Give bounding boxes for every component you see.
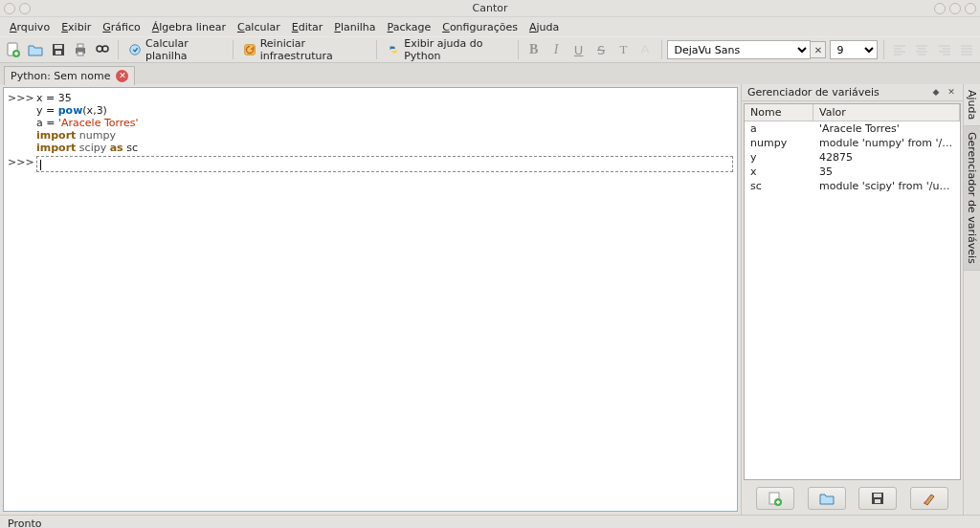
- font-picker-button[interactable]: [636, 39, 655, 60]
- menu-linalg[interactable]: Álgebra linear: [146, 19, 232, 35]
- var-value: 'Aracele Torres': [813, 121, 960, 136]
- clear-vars-button[interactable]: [910, 487, 948, 510]
- var-name: numpy: [745, 136, 813, 150]
- align-right-button[interactable]: [935, 39, 953, 60]
- svg-point-11: [130, 45, 141, 55]
- code-line[interactable]: x = 35 y = pow(x,3) a = 'Aracele Torres'…: [36, 92, 139, 154]
- prompt: >>>: [8, 156, 36, 172]
- document-tab[interactable]: Python: Sem nome ✕: [4, 66, 135, 85]
- code-cell: >>> x = 35 y = pow(x,3) a = 'Aracele Tor…: [8, 92, 733, 154]
- find-button[interactable]: [94, 39, 112, 60]
- align-center-button[interactable]: [913, 39, 931, 60]
- input-area[interactable]: [36, 156, 733, 172]
- menu-calculate[interactable]: Calcular: [232, 19, 286, 35]
- svg-rect-7: [78, 52, 83, 55]
- panel-toolbar: [742, 482, 963, 515]
- svg-rect-4: [56, 51, 61, 55]
- variables-panel: Gerenciador de variáveis ◆ ✕ Nome Valor …: [741, 84, 963, 515]
- align-justify-button[interactable]: [958, 39, 976, 60]
- panel-undock-button[interactable]: ◆: [930, 87, 942, 99]
- menu-chart[interactable]: Gráfico: [97, 19, 146, 35]
- underline-button[interactable]: U: [569, 39, 588, 60]
- panel-close-button[interactable]: ✕: [946, 87, 957, 99]
- svg-rect-6: [78, 44, 83, 48]
- restart-backend-label: Reiniciar infraestrutura: [260, 37, 368, 62]
- panel-header: Gerenciador de variáveis ◆ ✕: [742, 84, 963, 101]
- dock-tab-help[interactable]: Ajuda: [964, 84, 980, 126]
- dock-tab-variables[interactable]: Gerenciador de variáveis: [964, 126, 980, 271]
- menu-edit[interactable]: Editar: [286, 19, 329, 35]
- table-row[interactable]: scmodule 'scipy' from '/usr/lib6...: [745, 179, 960, 193]
- font-family-dropdown[interactable]: DejaVu Sans: [667, 40, 811, 59]
- toolbar: Calcular planilha Reiniciar infraestrutu…: [0, 36, 980, 63]
- restart-backend-button[interactable]: Reiniciar infraestrutura: [239, 39, 371, 60]
- var-name: x: [745, 165, 813, 179]
- table-row[interactable]: a'Aracele Torres': [745, 121, 960, 136]
- new-file-button[interactable]: [4, 39, 22, 60]
- table-row[interactable]: numpymodule 'numpy' from '/usr/lib...: [745, 136, 960, 150]
- separator: [376, 40, 377, 59]
- menu-file[interactable]: Arquivo: [4, 19, 56, 35]
- italic-button[interactable]: I: [546, 39, 565, 60]
- separator: [518, 40, 519, 59]
- save-file-button[interactable]: [49, 39, 67, 60]
- separator: [883, 40, 884, 59]
- var-name: sc: [745, 179, 813, 193]
- status-text: Pronto: [8, 517, 41, 528]
- svg-rect-17: [875, 499, 880, 503]
- font-clear-button[interactable]: ✕: [811, 41, 826, 58]
- separator: [661, 40, 662, 59]
- svg-point-9: [102, 46, 108, 52]
- save-vars-button[interactable]: [858, 487, 897, 510]
- status-bar: Pronto: [0, 515, 980, 528]
- code-editor[interactable]: >>> x = 35 y = pow(x,3) a = 'Aracele Tor…: [3, 87, 738, 512]
- calculate-sheet-button[interactable]: Calcular planilha: [124, 39, 227, 60]
- table-row[interactable]: y42875: [745, 150, 960, 165]
- text-tool-button[interactable]: T: [614, 39, 633, 60]
- panel-title-label: Gerenciador de variáveis: [747, 86, 880, 99]
- python-help-button[interactable]: Exibir ajuda do Python: [383, 39, 512, 60]
- menu-bar: Arquivo Exibir Gráfico Álgebra linear Ca…: [0, 17, 980, 36]
- font-size-dropdown[interactable]: 9: [830, 40, 878, 59]
- calculate-sheet-label: Calcular planilha: [145, 37, 223, 62]
- side-dock: Ajuda Gerenciador de variáveis: [963, 84, 980, 515]
- var-value: 35: [813, 165, 960, 179]
- editor-container: >>> x = 35 y = pow(x,3) a = 'Aracele Tor…: [0, 84, 741, 515]
- col-value-header[interactable]: Valor: [813, 104, 960, 121]
- align-left-button[interactable]: [890, 39, 908, 60]
- add-var-button[interactable]: [756, 487, 794, 510]
- window-titlebar: Cantor: [0, 0, 980, 17]
- menu-spreadsheet[interactable]: Planilha: [328, 19, 381, 35]
- separator: [118, 40, 119, 59]
- table-row[interactable]: x35: [745, 165, 960, 179]
- table-header: Nome Valor: [745, 104, 960, 121]
- menu-help[interactable]: Ajuda: [523, 19, 565, 35]
- svg-rect-16: [874, 494, 881, 497]
- strike-button[interactable]: S: [591, 39, 610, 60]
- var-value: module 'numpy' from '/usr/lib...: [813, 136, 960, 150]
- load-vars-button[interactable]: [808, 487, 846, 510]
- variables-table[interactable]: Nome Valor a'Aracele Torres'numpymodule …: [744, 103, 961, 480]
- svg-rect-3: [55, 45, 62, 49]
- menu-view[interactable]: Exibir: [56, 19, 97, 35]
- var-value: 42875: [813, 150, 960, 165]
- open-file-button[interactable]: [26, 39, 44, 60]
- var-name: y: [745, 150, 813, 165]
- font-size-select[interactable]: 9: [830, 40, 878, 59]
- var-value: module 'scipy' from '/usr/lib6...: [813, 179, 960, 193]
- col-name-header[interactable]: Nome: [745, 104, 813, 121]
- document-tabbar: Python: Sem nome ✕: [0, 63, 980, 84]
- menu-settings[interactable]: Configurações: [436, 19, 523, 35]
- document-tab-label: Python: Sem nome: [11, 70, 110, 82]
- print-button[interactable]: [71, 39, 89, 60]
- bold-button[interactable]: B: [524, 39, 543, 60]
- active-cell[interactable]: >>>: [8, 156, 733, 172]
- menu-package[interactable]: Package: [382, 19, 437, 35]
- svg-point-8: [97, 46, 102, 52]
- python-help-label: Exibir ajuda do Python: [404, 37, 508, 62]
- workspace: >>> x = 35 y = pow(x,3) a = 'Aracele Tor…: [0, 84, 980, 515]
- font-family-select[interactable]: DejaVu Sans ✕: [667, 40, 826, 59]
- var-name: a: [745, 121, 813, 136]
- close-tab-button[interactable]: ✕: [116, 70, 128, 82]
- window-title: Cantor: [0, 2, 980, 14]
